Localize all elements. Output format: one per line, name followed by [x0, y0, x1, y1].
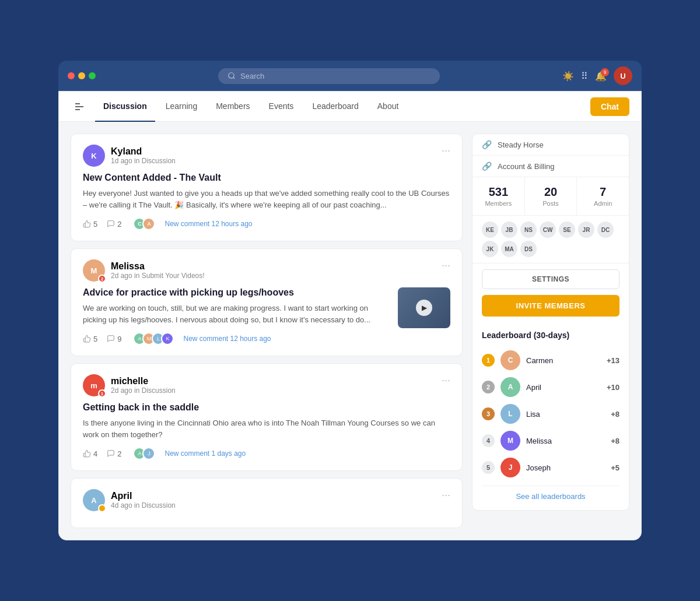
sidebar-item-label: Account & Billing: [498, 162, 555, 171]
browser-wrapper: Search ☀️ ⠿ 🔔 9 U Discussion Learning Me…: [41, 43, 659, 558]
member-initial[interactable]: SE: [559, 222, 575, 238]
tab-learning[interactable]: Learning: [158, 92, 206, 122]
leaderboard-item: 2 A April +10: [482, 374, 620, 400]
commenter-avatars: C A: [133, 217, 155, 230]
lb-avatar: M: [501, 431, 520, 451]
sun-icon[interactable]: ☀️: [562, 71, 574, 82]
author-name: michelle: [111, 376, 148, 386]
post-body: Hey everyone! Just wanted to give you a …: [83, 188, 450, 210]
post-title: Advice for practice with picking up legs…: [83, 287, 391, 298]
rank-badge: 1: [482, 354, 495, 367]
sidebar-toggle[interactable]: [71, 98, 88, 115]
sidebar-column: 🔗 Steady Horse 🔗 Account & Billing 531 M…: [472, 133, 629, 528]
new-comment-label[interactable]: New comment 12 hours ago: [183, 335, 271, 343]
chat-button[interactable]: Chat: [590, 97, 629, 116]
avatar: M 2: [83, 259, 105, 282]
member-initial[interactable]: KE: [482, 222, 498, 238]
browser-actions: ☀️ ⠿ 🔔 9 U: [562, 66, 632, 85]
sidebar-item-billing[interactable]: 🔗 Account & Billing: [473, 156, 629, 177]
play-button[interactable]: ▶: [416, 300, 432, 316]
post-header: m 1 michelle 2d ago in Discussion ···: [83, 374, 450, 396]
member-initial[interactable]: MA: [501, 241, 517, 257]
avatar-badge: 1: [98, 389, 106, 398]
see-all-leaderboards-link[interactable]: See all leaderboards: [482, 486, 620, 503]
post-thumbnail[interactable]: ▶: [398, 287, 450, 328]
browser-search-bar[interactable]: Search: [218, 68, 440, 84]
post-footer: 5 2 C A New comment 12 hours ago: [83, 217, 450, 230]
like-button[interactable]: 5: [83, 220, 97, 229]
tab-leaderboard[interactable]: Leaderboard: [304, 92, 366, 122]
members-count: 531: [477, 185, 520, 199]
member-initial[interactable]: JB: [501, 222, 517, 238]
thumb-up-icon: [83, 220, 91, 228]
post-card: A April 4d ago in Discussion ···: [71, 478, 463, 528]
like-count: 5: [93, 335, 97, 343]
member-initial[interactable]: DC: [597, 222, 614, 238]
post-more-icon[interactable]: ···: [442, 489, 450, 501]
comment-button[interactable]: 2: [107, 449, 121, 458]
post-header: K Kyland 1d ago in Discussion ···: [83, 145, 450, 167]
post-with-thumbnail: Advice for practice with picking up legs…: [83, 287, 450, 332]
content-area: K Kyland 1d ago in Discussion ··· New Co…: [59, 122, 641, 540]
post-title: New Content Added - The Vault: [83, 173, 450, 183]
settings-button[interactable]: SETTINGS: [482, 269, 620, 289]
rank-badge: 3: [482, 407, 495, 420]
member-initial[interactable]: DS: [520, 241, 537, 257]
like-count: 5: [93, 220, 97, 229]
thumb-up-icon: [83, 449, 91, 458]
dot-close[interactable]: [68, 72, 75, 79]
post-body: We are working on touch, still, but we a…: [83, 303, 391, 325]
notifications-wrapper[interactable]: 🔔 9: [595, 71, 607, 82]
stat-admin: 7 Admin: [577, 177, 629, 215]
tab-members[interactable]: Members: [208, 92, 258, 122]
commenter-avatars: A J: [133, 447, 155, 460]
user-avatar[interactable]: U: [614, 66, 632, 85]
grid-icon[interactable]: ⠿: [581, 71, 588, 82]
lb-points: +8: [611, 437, 620, 445]
dot-minimize[interactable]: [78, 72, 85, 79]
lb-points: +13: [607, 356, 620, 365]
like-button[interactable]: 5: [83, 335, 97, 343]
post-more-icon[interactable]: ···: [442, 145, 450, 157]
stat-posts: 20 Posts: [525, 177, 578, 215]
leaderboard-item: 4 M Melissa +8: [482, 427, 620, 454]
post-more-icon[interactable]: ···: [442, 259, 450, 272]
new-comment-label[interactable]: New comment 1 days ago: [164, 449, 246, 458]
member-initial[interactable]: CW: [540, 222, 556, 238]
post-time: 1d ago in Discussion: [111, 157, 176, 165]
like-button[interactable]: 4: [83, 449, 97, 458]
tab-discussion[interactable]: Discussion: [95, 92, 155, 122]
invite-members-button[interactable]: INVITE MEMBERS: [482, 295, 620, 317]
posts-count: 20: [530, 185, 572, 199]
member-initial[interactable]: JR: [578, 222, 594, 238]
tab-events[interactable]: Events: [261, 92, 302, 122]
comment-button[interactable]: 9: [107, 335, 121, 343]
billing-link-icon: 🔗: [482, 161, 492, 171]
post-author: K Kyland 1d ago in Discussion: [83, 145, 176, 167]
comment-button[interactable]: 2: [107, 220, 121, 229]
post-more-icon[interactable]: ···: [442, 374, 450, 386]
new-comment-label[interactable]: New comment 12 hours ago: [164, 220, 252, 228]
avatar: m 1: [83, 374, 105, 396]
comment-count: 2: [117, 220, 121, 229]
post-title: Getting back in the saddle: [83, 402, 450, 413]
sidebar-item-steady-horse[interactable]: 🔗 Steady Horse: [473, 134, 629, 156]
like-count: 4: [93, 449, 97, 458]
sidebar-item-label: Steady Horse: [498, 140, 544, 149]
browser-chrome: Search ☀️ ⠿ 🔔 9 U: [58, 61, 642, 91]
rank-badge: 5: [482, 461, 495, 474]
comment-icon: [107, 449, 115, 458]
avatar-badge: 2: [98, 275, 106, 283]
search-placeholder: Search: [240, 72, 264, 80]
comment-icon: [107, 220, 115, 228]
lb-name: Lisa: [526, 410, 605, 419]
post-body: Is there anyone living in the Cincinnati…: [83, 417, 450, 440]
post-header: A April 4d ago in Discussion ···: [83, 489, 450, 511]
member-initial[interactable]: NS: [520, 222, 537, 238]
lb-name: Melissa: [526, 437, 605, 445]
link-icon: 🔗: [482, 140, 492, 149]
tab-about[interactable]: About: [369, 92, 407, 122]
dot-maximize[interactable]: [89, 72, 96, 79]
admin-label: Admin: [582, 200, 624, 207]
member-initial[interactable]: JK: [482, 241, 498, 257]
